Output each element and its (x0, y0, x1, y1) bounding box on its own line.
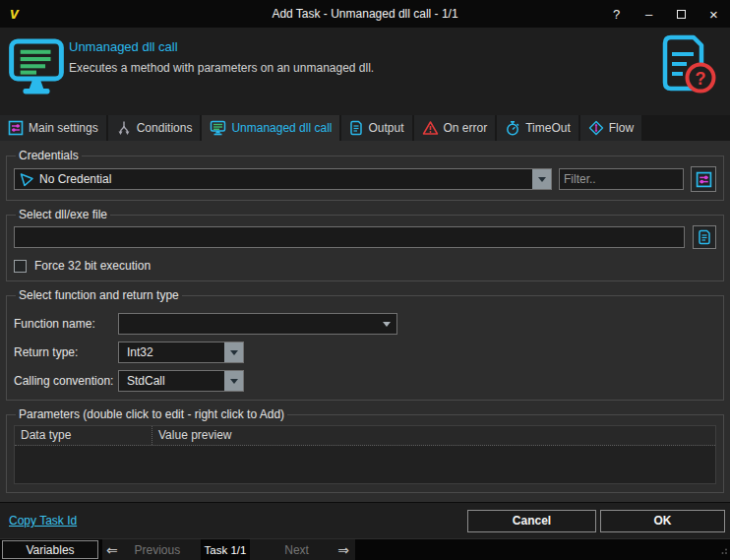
function-group-label: Select function and return type (16, 288, 182, 302)
sliders-icon (696, 171, 712, 188)
credential-flag-icon (19, 171, 35, 188)
credential-select[interactable]: No Credential (14, 168, 552, 190)
dll-file-group: Select dll/exe file Force 3 (6, 208, 724, 281)
task-type-title: Unmanaged dll call (69, 39, 374, 54)
force-32bit-label: Force 32 bit execution (34, 259, 151, 273)
credentials-group: Credentials No Credential (6, 149, 724, 201)
next-label: Next (256, 543, 337, 557)
ok-button[interactable]: OK (600, 510, 725, 532)
dialog-footer: Copy Task Id Cancel OK (0, 502, 730, 538)
svg-text:?: ? (696, 69, 706, 89)
return-type-label: Return type: (14, 345, 118, 359)
function-name-label: Function name: (14, 317, 118, 331)
document-icon (349, 120, 363, 136)
help-button[interactable]: ? (600, 0, 633, 28)
dll-file-group-label: Select dll/exe file (16, 208, 110, 221)
function-name-select[interactable] (118, 313, 397, 335)
task-header-texts: Unmanaged dll call Executes a method wit… (69, 36, 374, 115)
calling-convention-select[interactable]: StdCall (118, 370, 244, 392)
parameters-group-label: Parameters (double click to edit - right… (16, 407, 287, 421)
status-bar: Variables ⇐ Previous Task 1/1 Next ⇒ (0, 538, 730, 560)
parameters-table[interactable]: Data type Value preview (14, 425, 716, 484)
task-counter: Task 1/1 (203, 539, 248, 560)
credential-dropdown-button[interactable] (532, 169, 551, 189)
tab-on-error[interactable]: On error (414, 115, 496, 141)
function-group: Select function and return type Function… (6, 288, 724, 401)
variables-button[interactable]: Variables (2, 540, 98, 559)
column-header-data-type[interactable]: Data type (15, 426, 152, 445)
calling-convention-label: Calling convention: (14, 374, 118, 388)
previous-label: Previous (118, 543, 197, 557)
window-controls: ? – × (600, 0, 730, 28)
tab-label: Unmanaged dll call (231, 121, 332, 135)
next-task-button[interactable]: Next ⇒ (250, 539, 355, 560)
previous-task-button[interactable]: ⇐ Previous (102, 539, 201, 560)
tab-output[interactable]: Output (341, 115, 411, 141)
chevron-down-icon (230, 350, 238, 355)
parameters-table-header: Data type Value preview (15, 426, 715, 446)
maximize-button[interactable] (665, 0, 698, 28)
arrow-left-icon: ⇐ (106, 543, 118, 557)
tab-label: Main settings (29, 121, 98, 135)
tab-label: TimeOut (525, 121, 571, 135)
calling-convention-dropdown-button[interactable] (224, 371, 243, 391)
column-header-value-preview[interactable]: Value preview (152, 426, 715, 445)
credential-settings-button[interactable] (691, 166, 716, 192)
title-bar: v Add Task - Unmanaged dll call - 1/1 ? … (0, 0, 730, 28)
monitor-icon (8, 36, 69, 115)
sliders-icon (8, 120, 24, 136)
parameters-table-body[interactable] (15, 446, 715, 483)
task-header: Unmanaged dll call Executes a method wit… (0, 28, 730, 115)
copy-task-id-link[interactable]: Copy Task Id (9, 514, 77, 528)
tab-label: Conditions (137, 121, 193, 135)
minimize-button[interactable]: – (633, 0, 665, 28)
chevron-down-icon (230, 379, 238, 384)
dll-file-path-input[interactable] (14, 226, 685, 248)
force-32bit-checkbox[interactable] (14, 260, 27, 273)
return-type-dropdown-button[interactable] (224, 342, 243, 362)
arrow-right-icon: ⇒ (337, 543, 349, 557)
return-type-select[interactable]: Int32 (118, 342, 244, 363)
chevron-down-icon (383, 322, 391, 327)
tab-main-settings[interactable]: Main settings (0, 115, 106, 141)
stopwatch-icon (505, 120, 520, 136)
credential-selected-value: No Credential (35, 172, 532, 186)
credentials-group-label: Credentials (16, 149, 82, 162)
monitor-icon (210, 120, 226, 136)
close-button[interactable]: × (698, 0, 730, 28)
warning-icon (422, 120, 439, 136)
add-task-dialog: v Add Task - Unmanaged dll call - 1/1 ? … (0, 0, 730, 560)
credential-filter-input[interactable] (559, 168, 684, 190)
cancel-button[interactable]: Cancel (467, 510, 596, 532)
tab-strip: Main settings Conditions (0, 115, 730, 141)
tab-flow[interactable]: Flow (580, 115, 641, 141)
chevron-down-icon (538, 177, 546, 182)
browse-file-button[interactable] (693, 225, 716, 249)
parameters-group: Parameters (double click to edit - right… (6, 407, 724, 493)
tab-label: Output (368, 121, 403, 135)
return-type-value: Int32 (123, 345, 224, 359)
tab-conditions[interactable]: Conditions (108, 115, 201, 141)
maximize-icon (677, 10, 686, 19)
file-document-icon (698, 229, 711, 245)
flow-diamond-icon (588, 120, 604, 136)
document-question-icon: ? (656, 32, 717, 100)
visualcron-logo-icon: v (10, 6, 19, 22)
tab-label: On error (444, 121, 488, 135)
calling-convention-value: StdCall (123, 374, 224, 388)
tab-unmanaged-dll-call[interactable]: Unmanaged dll call (202, 115, 339, 141)
tab-content: Credentials No Credential (0, 141, 730, 502)
tab-label: Flow (609, 121, 634, 135)
task-type-description: Executes a method with parameters on an … (69, 61, 374, 75)
branch-icon (116, 120, 132, 136)
resize-grip[interactable] (719, 544, 728, 558)
tab-timeout[interactable]: TimeOut (497, 115, 578, 141)
